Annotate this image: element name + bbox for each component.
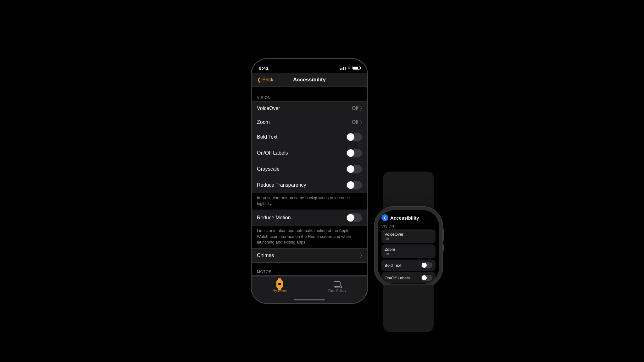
page-title: Accessibility	[293, 77, 326, 83]
home-indicator	[294, 299, 325, 300]
watch-screen-content: ❮ Accessibility VISION VoiceOver Off Zoo…	[378, 210, 439, 284]
signal-bar-4	[345, 67, 346, 70]
reduce-motion-label: Reduce Motion	[257, 215, 291, 221]
zoom-value: Off 〉	[352, 119, 362, 125]
onoff-labels-label: On/Off Labels	[257, 150, 288, 156]
onoff-labels-toggle-knob	[347, 149, 354, 157]
voiceover-value: Off 〉	[352, 106, 362, 111]
watch-onoff-labels-label: On/Off Labels	[385, 276, 410, 280]
zoom-chevron-icon: 〉	[360, 119, 362, 125]
watch-zoom-status: Off	[385, 252, 432, 256]
watch-voiceover-item[interactable]: VoiceOver Off	[381, 229, 436, 243]
watch-bold-text-toggle[interactable]	[421, 262, 432, 268]
watch-back-chevron-icon: ❮	[383, 216, 386, 220]
reduce-transparency-label: Reduce Transparency	[257, 182, 306, 188]
watch-shape-icon	[276, 280, 283, 288]
zoom-label: Zoom	[257, 119, 270, 125]
motion-description: Limits animation and automatic motion of…	[252, 226, 367, 248]
tab-bar: My Watch Face Gallery	[252, 277, 367, 303]
grayscale-toggle[interactable]	[346, 165, 362, 173]
devices-container: 9:41 ⊛ ❮ Bac	[251, 58, 393, 304]
reduce-motion-row[interactable]: Reduce Motion	[252, 210, 367, 226]
iphone-screen: 9:41 ⊛ ❮ Bac	[252, 59, 367, 303]
transparency-description: Improve contrast on some backgrounds to …	[252, 193, 367, 210]
watch-nav-bar: ❮ Accessibility	[381, 214, 436, 221]
tab-face-gallery[interactable]: Face Gallery	[328, 280, 346, 293]
battery-fill	[353, 67, 358, 69]
my-watch-tab-icon	[275, 280, 284, 288]
chimes-label: Chimes	[257, 253, 274, 258]
reduce-motion-toggle[interactable]	[346, 213, 362, 222]
watch-onoff-labels-toggle[interactable]	[421, 275, 432, 281]
onoff-labels-toggle[interactable]	[346, 149, 362, 157]
watch-bold-text-knob	[422, 263, 427, 268]
signal-bar-1	[340, 69, 341, 70]
reduce-transparency-toggle[interactable]	[346, 181, 362, 189]
watch-screen: ❮ Accessibility VISION VoiceOver Off Zoo…	[378, 210, 439, 284]
grayscale-row[interactable]: Grayscale	[252, 161, 367, 177]
vision-settings-group: VoiceOver Off 〉 Zoom Off 〉	[252, 101, 367, 193]
watch-band-top	[383, 172, 434, 209]
voiceover-row[interactable]: VoiceOver Off 〉	[252, 101, 367, 115]
watch-screen-dot	[278, 283, 281, 285]
face-gallery-shape-icon	[334, 281, 341, 287]
watch-voiceover-label: VoiceOver	[385, 232, 432, 237]
voiceover-status: Off	[352, 106, 358, 111]
chimes-chevron-icon: 〉	[360, 253, 362, 258]
face-gallery-tab-icon	[333, 280, 341, 288]
vision-section-header: VISION	[252, 93, 367, 101]
reduce-transparency-row[interactable]: Reduce Transparency	[252, 177, 367, 193]
zoom-row[interactable]: Zoom Off 〉	[252, 115, 367, 129]
back-chevron-icon: ❮	[257, 77, 261, 83]
watch-back-button[interactable]: ❮	[381, 214, 388, 221]
reduce-motion-group: Reduce Motion	[252, 210, 367, 226]
bold-text-label: Bold Text	[257, 134, 278, 140]
voiceover-label: VoiceOver	[257, 106, 280, 111]
apple-watch: ❮ Accessibility VISION VoiceOver Off Zoo…	[374, 206, 443, 288]
nav-bar: ❮ Back Accessibility	[252, 73, 367, 87]
grayscale-label: Grayscale	[257, 166, 280, 172]
back-label: Back	[262, 77, 274, 83]
bold-text-toggle[interactable]	[346, 133, 362, 141]
watch-zoom-item[interactable]: Zoom Off	[381, 244, 436, 258]
wifi-icon: ⊛	[347, 66, 351, 70]
motor-section-header: MOTOR	[252, 267, 367, 275]
battery-icon	[353, 66, 360, 70]
reduce-transparency-toggle-knob	[347, 181, 354, 189]
watch-crown	[442, 229, 444, 241]
back-button[interactable]: ❮ Back	[257, 77, 274, 83]
voiceover-chevron-icon: 〉	[360, 106, 362, 111]
grayscale-toggle-knob	[347, 165, 354, 173]
chimes-row[interactable]: Chimes 〉	[252, 249, 367, 262]
watch-bold-text-row[interactable]: Bold Text	[381, 260, 436, 271]
status-time: 9:41	[259, 65, 269, 71]
face-gallery-tab-label: Face Gallery	[328, 289, 346, 293]
zoom-status: Off	[352, 119, 358, 125]
watch-body: ❮ Accessibility VISION VoiceOver Off Zoo…	[374, 206, 443, 288]
signal-bar-3	[343, 67, 344, 70]
watch-title: Accessibility	[390, 215, 419, 221]
bold-text-row[interactable]: Bold Text	[252, 129, 367, 145]
watch-vision-header: VISION	[381, 224, 436, 228]
bold-text-toggle-knob	[347, 133, 354, 141]
watch-zoom-label: Zoom	[385, 247, 432, 252]
watch-bold-text-label: Bold Text	[385, 263, 401, 268]
iphone: 9:41 ⊛ ❮ Bac	[251, 58, 368, 304]
watch-onoff-labels-row[interactable]: On/Off Labels	[381, 272, 436, 283]
watch-voiceover-status: Off	[385, 237, 432, 241]
status-icons: ⊛	[340, 66, 360, 70]
watch-side-button	[442, 244, 444, 251]
watch-band-bottom	[383, 285, 434, 332]
iphone-notch	[289, 59, 330, 68]
signal-bar-2	[341, 68, 342, 70]
reduce-motion-toggle-knob	[347, 214, 354, 222]
tab-my-watch[interactable]: My Watch	[273, 280, 286, 293]
watch-onoff-labels-knob	[422, 275, 427, 280]
signal-bars-icon	[340, 66, 346, 70]
settings-content: VISION VoiceOver Off 〉 Zoom Off	[252, 87, 367, 290]
onoff-labels-row[interactable]: On/Off Labels	[252, 145, 367, 161]
chimes-group: Chimes 〉	[252, 248, 367, 263]
